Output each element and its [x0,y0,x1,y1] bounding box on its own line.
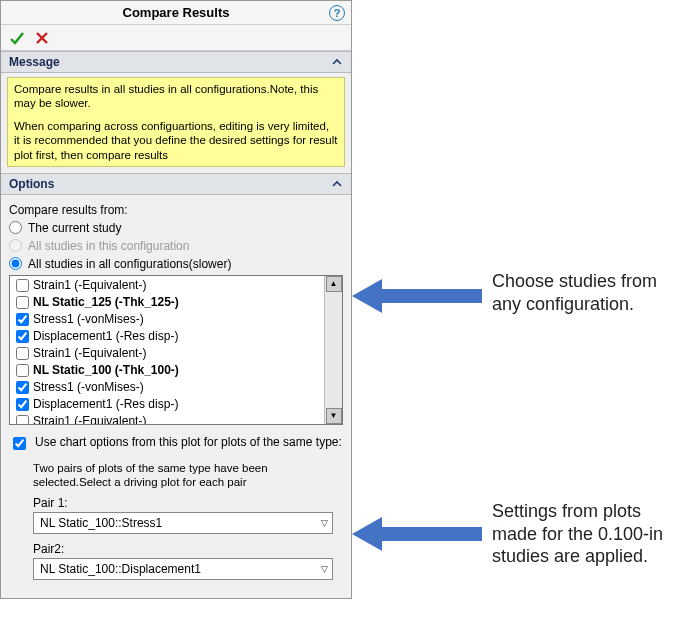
radio-all-studies-input[interactable] [9,257,22,270]
use-chart-options-checkbox[interactable] [13,437,26,450]
pair1-label: Pair 1: [33,496,339,510]
study-row-label: Strain1 (-Equivalent-) [33,414,146,424]
study-row-checkbox[interactable] [16,330,29,343]
cancel-button[interactable] [35,31,49,45]
options-header-label: Options [9,177,54,191]
panel-title: Compare Results [123,5,230,20]
study-listbox[interactable]: Strain1 (-Equivalent-)NL Static_125 (-Th… [9,275,343,425]
study-item-row[interactable]: Strain1 (-Equivalent-) [12,277,322,294]
study-row-checkbox[interactable] [16,279,29,292]
study-group-row[interactable]: NL Static_125 (-Thk_125-) [12,294,322,311]
message-line-2: When comparing across configuartions, ed… [14,119,338,162]
study-item-row[interactable]: Stress1 (-vonMises-) [12,379,322,396]
use-chart-options-label: Use chart options from this plot for plo… [35,435,342,449]
study-row-label: Stress1 (-vonMises-) [33,312,144,327]
annotation-text-1: Choose studies from any configuration. [492,270,657,315]
study-row-label: Stress1 (-vonMises-) [33,380,144,395]
help-icon[interactable]: ? [329,5,345,21]
study-row-checkbox[interactable] [16,313,29,326]
pair-note: Two pairs of plots of the same type have… [33,461,293,490]
study-group-row[interactable]: NL Static_100 (-Thk_100-) [12,362,322,379]
study-list-content: Strain1 (-Equivalent-)NL Static_125 (-Th… [10,276,324,424]
message-section-header[interactable]: Message [1,51,351,73]
study-item-row[interactable]: Stress1 (-vonMises-) [12,311,322,328]
annotation-2-line-1: Settings from plots [492,500,663,523]
svg-rect-4 [380,527,482,541]
annotation-1-line-1: Choose studies from [492,270,657,293]
use-chart-options-row[interactable]: Use chart options from this plot for plo… [9,435,343,453]
study-row-label: NL Static_100 (-Thk_100-) [33,363,179,378]
svg-rect-2 [380,289,482,303]
message-body: Compare results in all studies in all co… [7,77,345,167]
scroll-down-arrow[interactable]: ▼ [326,408,342,424]
annotation-text-2: Settings from plots made for the 0.100-i… [492,500,663,568]
svg-marker-5 [352,517,382,551]
study-row-checkbox[interactable] [16,364,29,377]
study-row-checkbox[interactable] [16,381,29,394]
study-row-label: Displacement1 (-Res disp-) [33,329,178,344]
radio-all-in-config: All studies in this configuration [9,239,343,253]
radio-all-studies[interactable]: All studies in all configurations(slower… [9,257,343,271]
message-header-label: Message [9,55,60,69]
titlebar: Compare Results ? [1,1,351,25]
study-row-label: Strain1 (-Equivalent-) [33,278,146,293]
svg-marker-3 [352,279,382,313]
chevron-down-icon: ▽ [321,518,328,528]
study-row-label: NL Static_125 (-Thk_125-) [33,295,179,310]
study-row-checkbox[interactable] [16,296,29,309]
radio-all-in-config-label: All studies in this configuration [28,239,189,253]
study-row-label: Strain1 (-Equivalent-) [33,346,146,361]
radio-current-study-input[interactable] [9,221,22,234]
study-item-row[interactable]: Strain1 (-Equivalent-) [12,345,322,362]
chevron-up-icon [331,178,343,190]
annotation-2-line-2: made for the 0.100-in [492,523,663,546]
message-line-1: Compare results in all studies in all co… [14,82,338,111]
radio-current-study-label: The current study [28,221,121,235]
study-item-row[interactable]: Displacement1 (-Res disp-) [12,328,322,345]
study-row-checkbox[interactable] [16,398,29,411]
study-row-checkbox[interactable] [16,347,29,360]
annotation-arrow-2 [352,517,482,551]
scrollbar[interactable]: ▲ ▼ [324,276,342,424]
options-body: Compare results from: The current study … [1,195,351,598]
chevron-up-icon [331,56,343,68]
pair1-value: NL Static_100::Stress1 [40,516,162,530]
pair2-dropdown[interactable]: NL Static_100::Displacement1 ▽ [33,558,333,580]
radio-current-study[interactable]: The current study [9,221,343,235]
study-row-label: Displacement1 (-Res disp-) [33,397,178,412]
radio-all-in-config-input [9,239,22,252]
radio-all-studies-label: All studies in all configurations(slower… [28,257,231,271]
annotation-2-line-3: studies are applied. [492,545,663,568]
annotation-arrow-1 [352,279,482,313]
scroll-up-arrow[interactable]: ▲ [326,276,342,292]
pair1-dropdown[interactable]: NL Static_100::Stress1 ▽ [33,512,333,534]
study-row-checkbox[interactable] [16,415,29,424]
action-bar [1,25,351,51]
annotation-1-line-2: any configuration. [492,293,657,316]
options-section-header[interactable]: Options [1,173,351,195]
chevron-down-icon: ▽ [321,564,328,574]
pair2-label: Pair2: [33,542,339,556]
compare-results-panel: Compare Results ? Message Compare result… [0,0,352,599]
ok-button[interactable] [9,30,25,46]
pair2-value: NL Static_100::Displacement1 [40,562,201,576]
study-item-row[interactable]: Strain1 (-Equivalent-) [12,413,322,424]
study-item-row[interactable]: Displacement1 (-Res disp-) [12,396,322,413]
compare-from-label: Compare results from: [9,203,343,217]
